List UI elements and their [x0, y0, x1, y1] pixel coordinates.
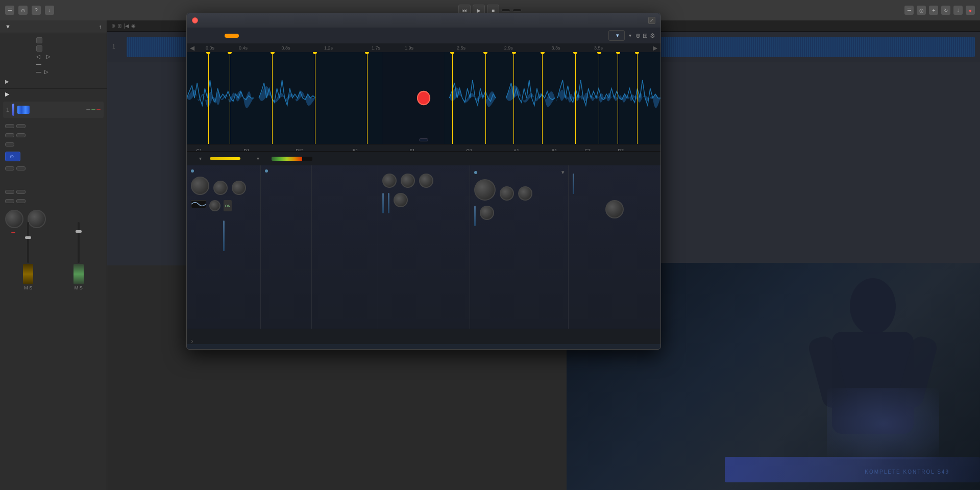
filter-envdepth-slider[interactable] [474, 206, 476, 226]
loop-browser-icon[interactable]: ↻ [941, 6, 950, 15]
key-a1[interactable]: A1 [513, 148, 519, 152]
snap-control[interactable]: ▾ [627, 33, 631, 38]
filter-reso-knob[interactable] [500, 186, 514, 201]
smart-controls-icon[interactable]: ◎ [917, 6, 926, 15]
setting-button-1[interactable] [5, 124, 14, 128]
pitch-bendrange-knob[interactable] [394, 193, 408, 207]
filter-keyscale-knob[interactable] [480, 206, 494, 220]
lfo1-phase-knob[interactable] [232, 181, 246, 195]
key-d1[interactable]: D1 [243, 148, 250, 152]
lfo1-dot[interactable] [191, 169, 194, 173]
loop-checkbox[interactable] [36, 45, 42, 52]
bpm-display[interactable] [501, 9, 510, 12]
filter-cutoff-knob[interactable] [474, 179, 496, 201]
region-header[interactable]: ▼ ↑ [0, 20, 107, 33]
transport-icon-2[interactable]: ⊞ [117, 23, 121, 29]
snap-chevron-icon[interactable]: ▾ [629, 33, 631, 38]
mute-checkbox[interactable] [36, 37, 42, 43]
cpu-icon[interactable]: ⊙ [18, 6, 28, 15]
pitch-fine-knob[interactable] [401, 174, 415, 188]
tab-slice[interactable] [225, 34, 239, 38]
lfo2-dot[interactable] [265, 169, 268, 173]
help-icon[interactable]: ? [32, 6, 41, 15]
knob-1[interactable] [5, 210, 23, 228]
waveform-left-arrow[interactable]: ◀ [190, 44, 194, 52]
key-d2[interactable]: D2 [618, 148, 624, 152]
track-mute-button[interactable] [86, 109, 90, 110]
more-expand-icon[interactable]: ▶ [5, 79, 9, 84]
lfo1-rate-knob[interactable] [191, 177, 209, 195]
sensitivity-bar[interactable] [210, 157, 240, 160]
input-chevron[interactable]: ▾ [199, 156, 202, 161]
key-g1[interactable]: G1 [467, 148, 473, 152]
editor-icon[interactable]: ✦ [929, 6, 938, 15]
audio-fx-button-1[interactable] [5, 166, 14, 170]
waveform-area[interactable]: ◀ 0.0s 0.4s 0.8s 1.2s 1.7s 1.9s 2.5s 2.9… [187, 44, 660, 151]
threshold-chevron[interactable]: ▾ [257, 156, 259, 161]
tab-oneshot[interactable] [208, 34, 223, 38]
key-e1[interactable]: E1 [353, 148, 358, 152]
save-icon[interactable]: ↓ [45, 6, 54, 15]
track-row-inst1[interactable]: 1 [3, 102, 104, 118]
knob-2[interactable] [28, 210, 46, 228]
track-solo-button[interactable] [91, 109, 95, 110]
transport-icon-4[interactable]: ◉ [131, 23, 136, 29]
region-up-icon[interactable]: ↑ [99, 23, 102, 30]
setting-button-2[interactable] [16, 124, 26, 128]
key-f1[interactable]: F1 [409, 148, 415, 152]
overflow-arrow-icon[interactable]: › [191, 337, 193, 345]
fader-thumb-1[interactable] [25, 236, 31, 239]
pitch-envdepth-slider[interactable] [382, 193, 384, 213]
eq-button-1[interactable] [5, 133, 14, 137]
tab-recorder[interactable] [241, 34, 255, 38]
zoom-settings-icon[interactable]: ⚙ [650, 32, 655, 39]
mixer-icon[interactable]: ☰ [904, 6, 914, 15]
key-c2[interactable]: C2 [585, 148, 591, 152]
midi-fx-button[interactable] [5, 142, 14, 146]
region-expand-icon[interactable]: ▼ [5, 23, 11, 30]
qsampler-button[interactable]: ⊙ [5, 152, 20, 161]
track-expand-icon[interactable]: ▶ [5, 91, 9, 97]
track-header[interactable]: ▶ [0, 88, 107, 100]
key-c1[interactable]: C1 [197, 148, 203, 152]
more-row[interactable]: ▶ [5, 79, 102, 84]
pitch-glide-knob[interactable] [419, 174, 433, 188]
record-icon[interactable]: ● [966, 6, 975, 15]
sample-name-display[interactable]: ▾ [608, 30, 625, 41]
group-button-1[interactable] [5, 190, 14, 194]
menu-icon[interactable]: ☰ [5, 6, 14, 15]
tab-classic[interactable] [192, 34, 206, 38]
audio-fx-button-2[interactable] [16, 166, 26, 170]
lfo1-mode-knob[interactable] [209, 200, 220, 211]
read-button-1[interactable] [5, 199, 14, 203]
filter-dot[interactable] [474, 171, 477, 174]
quantize-icon[interactable]: ◁ [36, 54, 40, 59]
track-record-button[interactable] [96, 109, 101, 110]
lfo1-keytrigger-toggle[interactable]: ON [224, 200, 232, 211]
window-close-button[interactable] [192, 17, 198, 23]
lfo1-slider[interactable] [223, 220, 225, 251]
waveform-right-arrow[interactable]: ▶ [653, 44, 657, 52]
key-dsharp1[interactable]: D#1 [296, 148, 304, 152]
zoom-fit-icon[interactable]: ⊞ [643, 32, 648, 39]
zoom-in-icon[interactable]: ⊕ [635, 32, 641, 39]
window-resize-button[interactable]: ⤢ [648, 17, 655, 24]
fader-thumb-2[interactable] [76, 230, 82, 233]
sample-chevron-icon[interactable]: ▾ [616, 32, 619, 39]
lfo1-fadein-knob[interactable] [213, 181, 228, 195]
eq-button-2[interactable] [16, 133, 26, 137]
waveform-canvas[interactable] [187, 52, 660, 144]
lfo1-waveform-display[interactable] [191, 200, 206, 208]
amp-volume-knob[interactable] [605, 200, 624, 218]
key-b1[interactable]: B1 [552, 148, 557, 152]
transport-icon-1[interactable]: ⊕ [111, 23, 115, 29]
pitch-coarse-knob[interactable] [382, 174, 397, 188]
quantize-chevron[interactable]: ▷ [46, 54, 51, 59]
note-pad-icon[interactable]: ♩ [953, 6, 963, 15]
transport-icon-3[interactable]: |◀ [124, 23, 129, 29]
filter-drive-knob[interactable] [518, 186, 532, 201]
transpose-chevron[interactable]: ▷ [44, 69, 48, 75]
read-button-2[interactable] [16, 199, 26, 203]
pitch-keytracking-slider[interactable] [388, 193, 389, 213]
amp-pan-slider[interactable] [573, 174, 574, 194]
